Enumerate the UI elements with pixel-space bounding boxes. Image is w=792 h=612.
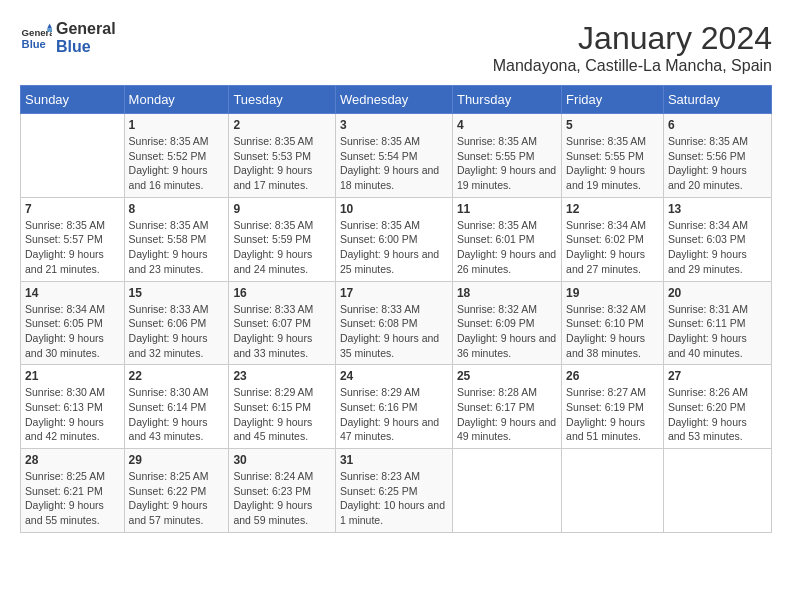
- day-number: 13: [668, 202, 767, 216]
- calendar-week-row: 14Sunrise: 8:34 AMSunset: 6:05 PMDayligh…: [21, 281, 772, 365]
- weekday-header: Thursday: [452, 86, 561, 114]
- calendar-cell: [663, 449, 771, 533]
- day-number: 9: [233, 202, 331, 216]
- day-detail: Sunrise: 8:33 AMSunset: 6:08 PMDaylight:…: [340, 302, 448, 361]
- calendar-cell: 3Sunrise: 8:35 AMSunset: 5:54 PMDaylight…: [335, 114, 452, 198]
- day-detail: Sunrise: 8:34 AMSunset: 6:02 PMDaylight:…: [566, 218, 659, 277]
- day-detail: Sunrise: 8:24 AMSunset: 6:23 PMDaylight:…: [233, 469, 331, 528]
- calendar-cell: 11Sunrise: 8:35 AMSunset: 6:01 PMDayligh…: [452, 197, 561, 281]
- calendar-cell: 28Sunrise: 8:25 AMSunset: 6:21 PMDayligh…: [21, 449, 125, 533]
- calendar-cell: [21, 114, 125, 198]
- calendar-week-row: 1Sunrise: 8:35 AMSunset: 5:52 PMDaylight…: [21, 114, 772, 198]
- calendar-cell: 18Sunrise: 8:32 AMSunset: 6:09 PMDayligh…: [452, 281, 561, 365]
- logo-blue: Blue: [56, 38, 116, 56]
- calendar-cell: 2Sunrise: 8:35 AMSunset: 5:53 PMDaylight…: [229, 114, 336, 198]
- svg-text:Blue: Blue: [22, 37, 46, 49]
- day-detail: Sunrise: 8:35 AMSunset: 5:59 PMDaylight:…: [233, 218, 331, 277]
- day-number: 3: [340, 118, 448, 132]
- day-number: 12: [566, 202, 659, 216]
- day-detail: Sunrise: 8:26 AMSunset: 6:20 PMDaylight:…: [668, 385, 767, 444]
- day-detail: Sunrise: 8:35 AMSunset: 5:55 PMDaylight:…: [457, 134, 557, 193]
- weekday-header: Sunday: [21, 86, 125, 114]
- day-detail: Sunrise: 8:23 AMSunset: 6:25 PMDaylight:…: [340, 469, 448, 528]
- day-number: 10: [340, 202, 448, 216]
- calendar-cell: 10Sunrise: 8:35 AMSunset: 6:00 PMDayligh…: [335, 197, 452, 281]
- day-number: 6: [668, 118, 767, 132]
- day-number: 29: [129, 453, 225, 467]
- calendar-cell: 8Sunrise: 8:35 AMSunset: 5:58 PMDaylight…: [124, 197, 229, 281]
- calendar-cell: 25Sunrise: 8:28 AMSunset: 6:17 PMDayligh…: [452, 365, 561, 449]
- calendar-cell: 15Sunrise: 8:33 AMSunset: 6:06 PMDayligh…: [124, 281, 229, 365]
- calendar-cell: 23Sunrise: 8:29 AMSunset: 6:15 PMDayligh…: [229, 365, 336, 449]
- day-number: 15: [129, 286, 225, 300]
- day-detail: Sunrise: 8:35 AMSunset: 5:53 PMDaylight:…: [233, 134, 331, 193]
- day-detail: Sunrise: 8:35 AMSunset: 6:00 PMDaylight:…: [340, 218, 448, 277]
- main-title: January 2024: [493, 20, 772, 57]
- day-detail: Sunrise: 8:32 AMSunset: 6:09 PMDaylight:…: [457, 302, 557, 361]
- day-detail: Sunrise: 8:35 AMSunset: 5:57 PMDaylight:…: [25, 218, 120, 277]
- day-detail: Sunrise: 8:35 AMSunset: 5:58 PMDaylight:…: [129, 218, 225, 277]
- weekday-header: Friday: [562, 86, 664, 114]
- calendar-cell: 12Sunrise: 8:34 AMSunset: 6:02 PMDayligh…: [562, 197, 664, 281]
- day-detail: Sunrise: 8:30 AMSunset: 6:13 PMDaylight:…: [25, 385, 120, 444]
- calendar-cell: 27Sunrise: 8:26 AMSunset: 6:20 PMDayligh…: [663, 365, 771, 449]
- weekday-header: Tuesday: [229, 86, 336, 114]
- calendar-cell: [562, 449, 664, 533]
- day-number: 18: [457, 286, 557, 300]
- day-detail: Sunrise: 8:30 AMSunset: 6:14 PMDaylight:…: [129, 385, 225, 444]
- calendar-cell: 5Sunrise: 8:35 AMSunset: 5:55 PMDaylight…: [562, 114, 664, 198]
- logo: General Blue General Blue: [20, 20, 116, 55]
- calendar-header: SundayMondayTuesdayWednesdayThursdayFrid…: [21, 86, 772, 114]
- day-number: 1: [129, 118, 225, 132]
- day-detail: Sunrise: 8:31 AMSunset: 6:11 PMDaylight:…: [668, 302, 767, 361]
- day-number: 31: [340, 453, 448, 467]
- calendar-cell: 9Sunrise: 8:35 AMSunset: 5:59 PMDaylight…: [229, 197, 336, 281]
- calendar-cell: 13Sunrise: 8:34 AMSunset: 6:03 PMDayligh…: [663, 197, 771, 281]
- day-detail: Sunrise: 8:34 AMSunset: 6:03 PMDaylight:…: [668, 218, 767, 277]
- calendar-cell: 21Sunrise: 8:30 AMSunset: 6:13 PMDayligh…: [21, 365, 125, 449]
- day-number: 14: [25, 286, 120, 300]
- svg-marker-3: [47, 28, 52, 31]
- header-row: SundayMondayTuesdayWednesdayThursdayFrid…: [21, 86, 772, 114]
- day-detail: Sunrise: 8:35 AMSunset: 5:52 PMDaylight:…: [129, 134, 225, 193]
- weekday-header: Wednesday: [335, 86, 452, 114]
- day-number: 25: [457, 369, 557, 383]
- day-number: 16: [233, 286, 331, 300]
- calendar-cell: 6Sunrise: 8:35 AMSunset: 5:56 PMDaylight…: [663, 114, 771, 198]
- day-number: 30: [233, 453, 331, 467]
- calendar-cell: 16Sunrise: 8:33 AMSunset: 6:07 PMDayligh…: [229, 281, 336, 365]
- day-detail: Sunrise: 8:32 AMSunset: 6:10 PMDaylight:…: [566, 302, 659, 361]
- logo-icon: General Blue: [20, 22, 52, 54]
- weekday-header: Monday: [124, 86, 229, 114]
- day-number: 4: [457, 118, 557, 132]
- day-number: 21: [25, 369, 120, 383]
- day-number: 11: [457, 202, 557, 216]
- calendar-table: SundayMondayTuesdayWednesdayThursdayFrid…: [20, 85, 772, 533]
- weekday-header: Saturday: [663, 86, 771, 114]
- calendar-cell: 22Sunrise: 8:30 AMSunset: 6:14 PMDayligh…: [124, 365, 229, 449]
- day-number: 26: [566, 369, 659, 383]
- title-block: January 2024 Mandayona, Castille-La Manc…: [493, 20, 772, 75]
- calendar-cell: 4Sunrise: 8:35 AMSunset: 5:55 PMDaylight…: [452, 114, 561, 198]
- calendar-cell: 19Sunrise: 8:32 AMSunset: 6:10 PMDayligh…: [562, 281, 664, 365]
- day-number: 28: [25, 453, 120, 467]
- calendar-cell: 14Sunrise: 8:34 AMSunset: 6:05 PMDayligh…: [21, 281, 125, 365]
- day-number: 24: [340, 369, 448, 383]
- calendar-cell: 7Sunrise: 8:35 AMSunset: 5:57 PMDaylight…: [21, 197, 125, 281]
- calendar-cell: [452, 449, 561, 533]
- day-detail: Sunrise: 8:35 AMSunset: 5:54 PMDaylight:…: [340, 134, 448, 193]
- day-number: 17: [340, 286, 448, 300]
- page-header: General Blue General Blue January 2024 M…: [20, 20, 772, 75]
- calendar-body: 1Sunrise: 8:35 AMSunset: 5:52 PMDaylight…: [21, 114, 772, 533]
- day-detail: Sunrise: 8:34 AMSunset: 6:05 PMDaylight:…: [25, 302, 120, 361]
- calendar-cell: 26Sunrise: 8:27 AMSunset: 6:19 PMDayligh…: [562, 365, 664, 449]
- calendar-cell: 31Sunrise: 8:23 AMSunset: 6:25 PMDayligh…: [335, 449, 452, 533]
- day-number: 27: [668, 369, 767, 383]
- day-detail: Sunrise: 8:25 AMSunset: 6:22 PMDaylight:…: [129, 469, 225, 528]
- day-detail: Sunrise: 8:28 AMSunset: 6:17 PMDaylight:…: [457, 385, 557, 444]
- svg-marker-2: [47, 23, 52, 28]
- day-number: 5: [566, 118, 659, 132]
- day-detail: Sunrise: 8:29 AMSunset: 6:15 PMDaylight:…: [233, 385, 331, 444]
- day-detail: Sunrise: 8:27 AMSunset: 6:19 PMDaylight:…: [566, 385, 659, 444]
- day-number: 8: [129, 202, 225, 216]
